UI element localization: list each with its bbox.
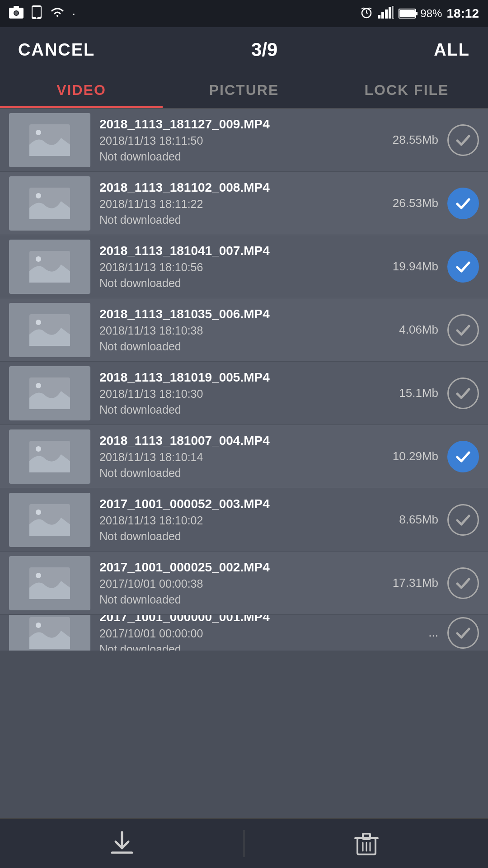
file-thumbnail bbox=[9, 113, 90, 167]
file-info: 2018_1113_181102_008.MP4 2018/11/13 18:1… bbox=[99, 180, 375, 226]
wifi-icon bbox=[50, 6, 65, 22]
all-button[interactable]: ALL bbox=[434, 40, 470, 60]
file-info: 2018_1113_181041_007.MP4 2018/11/13 18:1… bbox=[99, 244, 375, 290]
file-checkbox[interactable] bbox=[447, 441, 479, 472]
file-size: 17.31Mb bbox=[384, 576, 438, 590]
file-size: 8.65Mb bbox=[384, 513, 438, 527]
file-name: 2018_1113_181007_004.MP4 bbox=[99, 434, 375, 448]
file-status: Not downloaded bbox=[99, 643, 375, 651]
svg-rect-16 bbox=[399, 10, 415, 17]
file-thumbnail bbox=[9, 366, 90, 420]
file-name: 2018_1113_181019_005.MP4 bbox=[99, 370, 375, 385]
file-date: 2017/10/01 00:00:38 bbox=[99, 577, 375, 590]
file-list: 2018_1113_181127_009.MP4 2018/11/13 18:1… bbox=[0, 108, 488, 651]
file-status: Not downloaded bbox=[99, 593, 375, 606]
file-size: 4.06Mb bbox=[384, 323, 438, 337]
svg-point-21 bbox=[36, 193, 41, 198]
svg-point-27 bbox=[36, 383, 41, 388]
status-time: 18:12 bbox=[446, 6, 479, 21]
file-thumbnail bbox=[9, 303, 90, 357]
file-checkbox[interactable] bbox=[447, 504, 479, 536]
status-right-icons: 98% 18:12 bbox=[360, 5, 479, 22]
file-status: Not downloaded bbox=[99, 340, 375, 353]
battery-percent: 98% bbox=[420, 7, 442, 20]
svg-rect-5 bbox=[33, 7, 41, 17]
tab-lockfile[interactable]: LOCK FILE bbox=[325, 72, 488, 108]
file-item[interactable]: 2018_1113_181102_008.MP4 2018/11/13 18:1… bbox=[0, 172, 488, 235]
file-date: 2018/11/13 18:10:56 bbox=[99, 261, 375, 274]
file-item[interactable]: 2018_1113_181041_007.MP4 2018/11/13 18:1… bbox=[0, 235, 488, 298]
status-bar: · bbox=[0, 0, 488, 27]
svg-rect-11 bbox=[381, 12, 384, 19]
file-status: Not downloaded bbox=[99, 213, 375, 226]
file-item[interactable]: 2018_1113_181035_006.MP4 2018/11/13 18:1… bbox=[0, 298, 488, 362]
phone-icon bbox=[31, 5, 42, 22]
file-info: 2017_1001_000052_003.MP4 2018/11/13 18:1… bbox=[99, 497, 375, 543]
delete-button[interactable] bbox=[244, 819, 488, 868]
file-info: 2018_1113_181035_006.MP4 2018/11/13 18:1… bbox=[99, 307, 375, 353]
file-checkbox[interactable] bbox=[447, 567, 479, 599]
file-thumbnail bbox=[9, 429, 90, 484]
file-thumbnail bbox=[9, 240, 90, 294]
svg-point-35 bbox=[36, 623, 41, 628]
svg-point-31 bbox=[36, 509, 41, 515]
file-item[interactable]: 2017_1001_000025_002.MP4 2017/10/01 00:0… bbox=[0, 552, 488, 615]
svg-point-29 bbox=[36, 446, 41, 452]
svg-point-33 bbox=[36, 573, 41, 578]
file-size: 28.55Mb bbox=[384, 133, 438, 147]
alarm-icon bbox=[360, 5, 373, 22]
file-item[interactable]: 2017_1001_000000_001.MP4 2017/10/01 00:0… bbox=[0, 615, 488, 651]
file-checkbox[interactable] bbox=[447, 188, 479, 219]
file-thumbnail bbox=[9, 615, 90, 651]
file-status: Not downloaded bbox=[99, 277, 375, 290]
file-item[interactable]: 2018_1113_181019_005.MP4 2018/11/13 18:1… bbox=[0, 362, 488, 425]
svg-rect-17 bbox=[416, 12, 418, 15]
bottom-bar bbox=[0, 818, 488, 868]
file-checkbox[interactable] bbox=[447, 314, 479, 346]
file-status: Not downloaded bbox=[99, 403, 375, 416]
file-checkbox[interactable] bbox=[447, 124, 479, 156]
svg-rect-39 bbox=[363, 834, 370, 839]
file-status: Not downloaded bbox=[99, 467, 375, 480]
file-name: 2018_1113_181041_007.MP4 bbox=[99, 244, 375, 258]
file-date: 2018/11/13 18:10:38 bbox=[99, 324, 375, 337]
file-info: 2017_1001_000000_001.MP4 2017/10/01 00:0… bbox=[99, 615, 375, 651]
file-name: 2018_1113_181102_008.MP4 bbox=[99, 180, 375, 195]
svg-rect-13 bbox=[389, 7, 391, 19]
file-info: 2017_1001_000025_002.MP4 2017/10/01 00:0… bbox=[99, 560, 375, 606]
file-size: 10.29Mb bbox=[384, 449, 438, 463]
tab-bar: VIDEO PICTURE LOCK FILE bbox=[0, 72, 488, 108]
tab-video[interactable]: VIDEO bbox=[0, 72, 163, 108]
svg-point-25 bbox=[36, 320, 41, 325]
status-left-icons: · bbox=[9, 5, 75, 22]
svg-point-2 bbox=[14, 11, 18, 15]
file-thumbnail bbox=[9, 556, 90, 610]
file-checkbox[interactable] bbox=[447, 377, 479, 409]
file-item[interactable]: 2017_1001_000052_003.MP4 2018/11/13 18:1… bbox=[0, 488, 488, 552]
svg-point-19 bbox=[36, 130, 41, 135]
file-counter: 3/9 bbox=[251, 39, 277, 61]
file-item[interactable]: 2018_1113_181007_004.MP4 2018/11/13 18:1… bbox=[0, 425, 488, 488]
file-date: 2017/10/01 00:00:00 bbox=[99, 627, 375, 640]
file-date: 2018/11/13 18:10:30 bbox=[99, 387, 375, 401]
file-item[interactable]: 2018_1113_181127_009.MP4 2018/11/13 18:1… bbox=[0, 108, 488, 172]
file-size: 19.94Mb bbox=[384, 259, 438, 274]
file-size: ... bbox=[384, 626, 438, 640]
file-info: 2018_1113_181127_009.MP4 2018/11/13 18:1… bbox=[99, 117, 375, 163]
file-size: 26.53Mb bbox=[384, 196, 438, 210]
file-name: 2018_1113_181035_006.MP4 bbox=[99, 307, 375, 321]
svg-rect-12 bbox=[385, 9, 388, 19]
file-name: 2017_1001_000052_003.MP4 bbox=[99, 497, 375, 511]
file-date: 2018/11/13 18:10:02 bbox=[99, 514, 375, 527]
tab-picture[interactable]: PICTURE bbox=[163, 72, 325, 108]
signal-icon bbox=[378, 6, 394, 22]
cancel-button[interactable]: CANCEL bbox=[18, 40, 95, 60]
file-date: 2018/11/13 18:11:50 bbox=[99, 134, 375, 147]
dot-icon: · bbox=[72, 7, 75, 20]
battery-icon: 98% bbox=[399, 7, 442, 20]
file-date: 2018/11/13 18:10:14 bbox=[99, 451, 375, 464]
svg-point-23 bbox=[36, 256, 41, 262]
file-checkbox[interactable] bbox=[447, 251, 479, 283]
download-button[interactable] bbox=[0, 819, 244, 868]
file-checkbox[interactable] bbox=[447, 617, 479, 649]
